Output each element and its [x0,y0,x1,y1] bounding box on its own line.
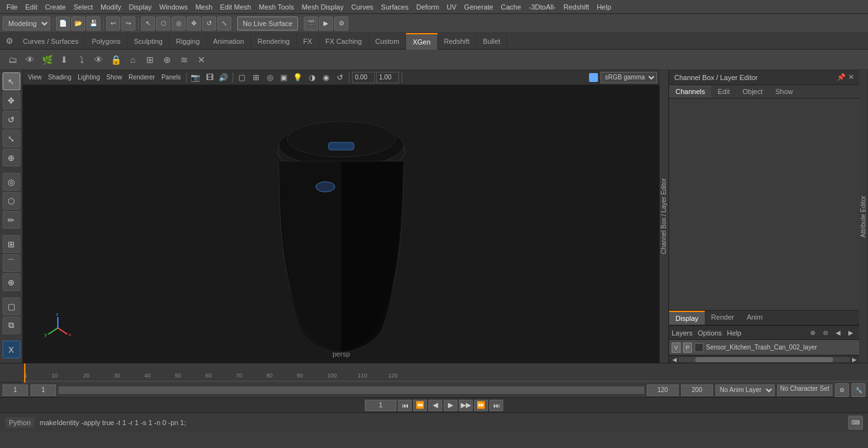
tab-redshift[interactable]: Redshift [438,33,477,50]
menu-mesh[interactable]: Mesh [191,2,216,12]
tool-xgen-5[interactable]: ⤵ [74,52,89,67]
refresh-icon[interactable]: ↺ [334,71,346,84]
right-panel-close-btn[interactable]: ✕ [848,73,854,81]
menu-select[interactable]: Select [70,2,97,12]
tab-show[interactable]: Show [769,85,799,98]
tool-xgen-7[interactable]: 🔒 [108,52,123,67]
range-start-input[interactable] [31,384,56,396]
tool-xgen-6[interactable]: 👁 [91,52,106,67]
lasso-select-btn[interactable]: ⬡ [156,17,170,31]
xgen-logo[interactable]: X [3,341,20,358]
layer-down-btn[interactable]: ▶ [845,327,857,339]
menu-deform[interactable]: Deform [412,2,443,12]
tab-curves-surfaces[interactable]: Curves / Surfaces [17,33,85,50]
current-frame-input[interactable] [3,384,28,396]
tool-xgen-8[interactable]: ⌂ [125,52,140,67]
tab-sculpting[interactable]: Sculpting [128,33,170,50]
layer-new-btn[interactable]: ⊕ [807,327,818,339]
texture-icon[interactable]: ▣ [278,71,290,84]
char-set-btn[interactable]: No Character Set [777,384,832,396]
tool-xgen-10[interactable]: ⊕ [159,52,175,67]
tool-xgen-11[interactable]: ≋ [177,52,192,67]
play-forward-btn[interactable]: ▶ [444,400,458,411]
tab-polygons[interactable]: Polygons [85,33,127,50]
scale-tool-btn[interactable]: ⤡ [217,17,231,31]
tab-animation[interactable]: Animation [207,33,251,50]
tab-fx[interactable]: FX [297,33,319,50]
menu-uv[interactable]: UV [443,2,460,12]
menu-windows[interactable]: Windows [156,2,192,12]
tab-channels[interactable]: Channels [669,85,711,98]
universal-manip[interactable]: ⊕ [3,149,20,166]
show-menu[interactable]: Show [104,73,125,81]
menu-file[interactable]: File [3,2,22,12]
ao-icon[interactable]: ◉ [320,71,332,84]
rotate-tool[interactable]: ↺ [3,111,20,128]
tab-edit[interactable]: Edit [711,85,736,98]
layer-v-btn[interactable]: V [672,343,681,353]
tab-gear[interactable]: ⚙ [3,34,17,48]
channel-layer-vertical-strip[interactable]: Channel Box / Layer Editor [660,70,668,363]
color-space-select[interactable]: sRGB gamma [600,72,657,83]
tab-object[interactable]: Object [736,85,769,98]
menu-edit-mesh[interactable]: Edit Mesh [216,2,255,12]
menu-display[interactable]: Display [125,2,156,12]
tab-custom[interactable]: Custom [369,33,407,50]
go-end-btn[interactable]: ⏭ [489,400,503,411]
prev-key-btn[interactable]: ⏪ [413,400,427,411]
snap-point[interactable]: ⊕ [3,273,20,291]
show-manipulator[interactable]: ⧉ [3,316,20,334]
scrollbar-track[interactable] [678,357,850,362]
tab-rendering[interactable]: Rendering [251,33,297,50]
tool-xgen-4[interactable]: ⬇ [57,52,72,67]
menu-help[interactable]: Help [593,2,615,12]
attribute-editor-vertical-strip[interactable]: Attribute Editor [859,70,868,363]
render-btn[interactable]: 🎬 [304,17,318,31]
tab-render[interactable]: Render [705,311,740,325]
mode-selector[interactable]: Modeling [3,17,50,31]
select-tool[interactable]: ↖ [3,72,20,90]
select-tool-btn[interactable]: ↖ [141,17,155,31]
next-key-btn[interactable]: ⏩ [474,400,488,411]
tool-xgen-9[interactable]: ⊞ [142,52,158,67]
canvas-area[interactable]: x y z persp [23,85,660,363]
tab-display[interactable]: Display [669,311,705,325]
viewport[interactable]: View Shading Lighting Show Renderer Pane… [23,70,660,363]
timeline[interactable]: 1 10 20 30 40 50 60 70 80 90 100 110 120 [0,363,868,382]
scroll-left[interactable]: ◀ [670,356,678,363]
layer-p-btn[interactable]: P [683,343,692,353]
go-start-btn[interactable]: ⏮ [398,400,412,411]
snap-curve[interactable]: ⌒ [3,254,20,272]
menu-generate[interactable]: Generate [460,2,497,12]
move-tool-btn[interactable]: ✥ [187,17,201,31]
component-mode[interactable]: ▢ [3,297,20,315]
menu-modify[interactable]: Modify [97,2,125,12]
menu-3dtoall[interactable]: -3DtoAll- [525,2,560,12]
help-menu[interactable]: Help [727,329,742,337]
menu-redshift[interactable]: Redshift [560,2,593,12]
range-end-input[interactable] [647,384,679,396]
shadow-icon[interactable]: ◑ [306,71,318,84]
shading-menu[interactable]: Shading [46,73,74,81]
step-back-btn[interactable]: ◀ [428,400,442,411]
tab-anim[interactable]: Anim [740,311,769,325]
snap-grid[interactable]: ⊞ [3,235,20,253]
step-forward-btn[interactable]: ▶▶ [459,400,473,411]
timeline-ruler[interactable]: 1 10 20 30 40 50 60 70 80 90 100 110 120 [23,363,868,383]
tool-xgen-12[interactable]: ✕ [194,52,209,67]
save-scene-btn[interactable]: 💾 [86,17,100,31]
menu-curves[interactable]: Curves [348,2,377,12]
right-panel-pin-btn[interactable]: 📌 [837,73,846,81]
undo-btn[interactable]: ↩ [106,17,120,31]
timeline-slider[interactable] [58,386,644,394]
frame-input-playback[interactable] [365,400,397,411]
max-range-input[interactable] [681,384,713,396]
redo-btn[interactable]: ↪ [121,17,135,31]
tab-bullet[interactable]: Bullet [477,33,508,50]
tool-xgen-1[interactable]: 🗂 [5,52,20,67]
options-menu[interactable]: Options [698,329,722,337]
panels-menu[interactable]: Panels [159,73,184,81]
paint-tool[interactable]: ✏ [3,211,20,229]
lighting-menu[interactable]: Lighting [75,73,102,81]
rotate-tool-btn[interactable]: ↺ [202,17,216,31]
